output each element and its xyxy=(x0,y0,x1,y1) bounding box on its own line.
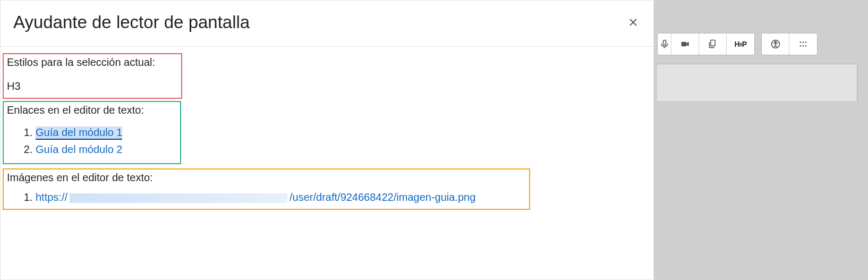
image-url-prefix: https:// xyxy=(36,191,67,203)
editor-background: H5P xyxy=(654,0,868,280)
video-button[interactable] xyxy=(671,33,699,55)
links-section-label: Enlaces en el editor de texto: xyxy=(7,104,177,116)
list-item: https:///user/draft/924668422/imagen-gui… xyxy=(36,191,526,203)
list-item: Guía del módulo 2 xyxy=(36,141,177,158)
svg-point-4 xyxy=(775,41,776,43)
accessibility-button[interactable] xyxy=(762,33,789,55)
svg-rect-2 xyxy=(710,40,714,46)
microphone-button[interactable] xyxy=(658,33,671,55)
svg-rect-0 xyxy=(663,40,666,45)
editor-toolbar: H5P xyxy=(654,33,818,55)
editor-link[interactable]: Guía del módulo 1 xyxy=(36,126,122,140)
editor-canvas-edge xyxy=(657,64,857,101)
links-list: Guía del módulo 1 Guía del módulo 2 xyxy=(7,124,177,158)
close-icon xyxy=(629,18,637,27)
styles-section-label: Estilos para la selección actual: xyxy=(7,56,178,69)
microphone-icon xyxy=(659,39,670,49)
images-list: https:///user/draft/924668422/imagen-gui… xyxy=(7,191,526,203)
svg-point-9 xyxy=(803,45,804,47)
video-icon xyxy=(680,39,691,49)
toolbar-group-accessibility xyxy=(761,33,818,55)
grid-dots-icon xyxy=(798,39,809,49)
files-button[interactable] xyxy=(699,33,727,55)
dialog-body: Estilos para la selección actual: H3 Enl… xyxy=(1,47,653,210)
images-section-label: Imágenes en el editor de texto: xyxy=(7,172,526,184)
accessibility-icon xyxy=(770,39,781,49)
grid-button[interactable] xyxy=(789,33,817,55)
svg-rect-1 xyxy=(681,42,686,46)
svg-point-10 xyxy=(805,45,807,47)
h5p-icon: H5P xyxy=(735,40,747,48)
svg-point-5 xyxy=(800,41,802,43)
styles-section-value: H3 xyxy=(7,80,178,92)
editor-link[interactable]: Guía del módulo 2 xyxy=(36,143,122,155)
styles-section: Estilos para la selección actual: H3 xyxy=(3,53,182,99)
image-url-suffix: /user/draft/924668422/imagen-guia.png xyxy=(290,191,475,203)
dialog-title: Ayudante de lector de pantalla xyxy=(13,12,250,32)
svg-point-8 xyxy=(800,45,802,47)
redacted-host xyxy=(70,193,287,203)
h5p-button[interactable]: H5P xyxy=(727,33,754,55)
dialog-header: Ayudante de lector de pantalla xyxy=(1,1,653,47)
images-section: Imágenes en el editor de texto: https://… xyxy=(3,168,530,210)
links-section: Enlaces en el editor de texto: Guía del … xyxy=(3,101,181,164)
files-icon xyxy=(708,39,718,49)
svg-point-7 xyxy=(805,41,807,43)
image-link[interactable]: https:///user/draft/924668422/imagen-gui… xyxy=(36,191,475,203)
list-item: Guía del módulo 1 xyxy=(36,124,177,141)
toolbar-group-media: H5P xyxy=(657,33,755,55)
svg-point-6 xyxy=(803,41,804,43)
close-button[interactable] xyxy=(626,15,641,30)
screen-reader-helper-dialog: Ayudante de lector de pantalla Estilos p… xyxy=(0,0,654,280)
